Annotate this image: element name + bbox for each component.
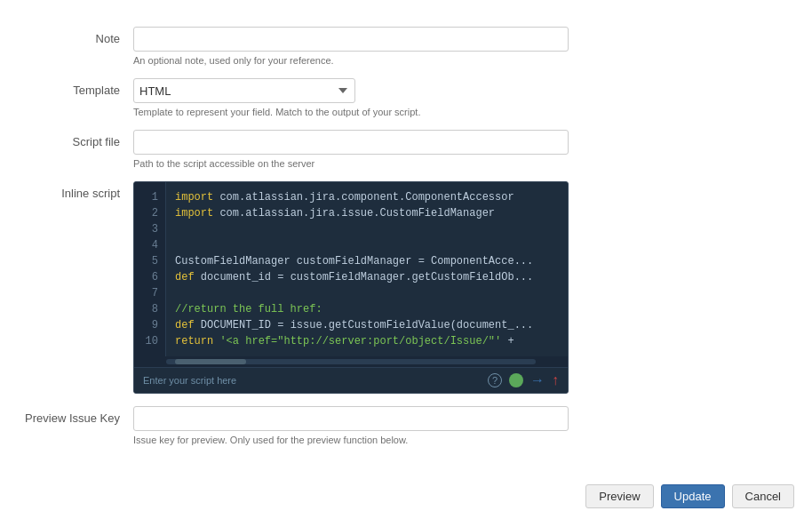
code-footer-text: Enter your script here [143, 375, 236, 386]
template-select[interactable]: HTML Text Wiki [133, 78, 355, 103]
code-line-5: CustomFieldManager customFieldManager = … [175, 253, 559, 269]
template-hint: Template to represent your field. Match … [133, 107, 794, 117]
code-line-9: def DOCUMENT_ID = issue.getCustomFieldVa… [175, 317, 559, 333]
note-content: An optional note, used only for your ref… [133, 27, 794, 66]
preview-key-hint: Issue key for preview. Only used for the… [133, 435, 794, 445]
arrow-up-icon[interactable]: ↑ [552, 372, 559, 388]
code-line-8: //return the full href: [175, 301, 559, 317]
code-line-7 [175, 285, 559, 301]
script-file-hint: Path to the script accessible on the ser… [133, 158, 794, 169]
script-file-input[interactable] [133, 130, 569, 155]
code-editor-container[interactable]: 1 2 3 4 5 6 7 8 9 10 import com.atlassia… [133, 181, 569, 394]
code-line-3 [175, 221, 559, 237]
inline-script-row: Inline script 1 2 3 4 5 6 7 8 9 10 [18, 181, 794, 394]
code-content: import com.atlassian.jira.component.Comp… [166, 182, 568, 356]
line-num-1: 1 [141, 189, 158, 205]
inline-script-content: 1 2 3 4 5 6 7 8 9 10 import com.atlassia… [133, 181, 794, 394]
code-editor: 1 2 3 4 5 6 7 8 9 10 import com.atlassia… [134, 182, 568, 356]
update-button[interactable]: Update [661, 484, 725, 508]
arrow-right-icon[interactable]: → [530, 372, 545, 388]
scrollbar-track [166, 359, 536, 364]
script-file-row: Script file Path to the script accessibl… [18, 130, 794, 169]
note-label: Note [18, 27, 133, 45]
preview-key-content: Issue key for preview. Only used for the… [133, 406, 794, 445]
line-num-2: 2 [141, 205, 158, 221]
dot-green-icon[interactable] [509, 373, 523, 387]
template-select-wrapper: HTML Text Wiki [133, 78, 355, 103]
code-footer-icons: ? → ↑ [488, 372, 559, 388]
code-line-10: return '<a href="http://server:port/obje… [175, 333, 559, 349]
footer-buttons: Preview Update Cancel [0, 467, 812, 508]
help-icon[interactable]: ? [488, 373, 502, 387]
cancel-button[interactable]: Cancel [732, 484, 794, 508]
line-num-10: 10 [141, 333, 158, 349]
scrollbar-thumb [175, 359, 246, 364]
template-content: HTML Text Wiki Template to represent you… [133, 78, 794, 117]
line-numbers: 1 2 3 4 5 6 7 8 9 10 [134, 182, 166, 356]
line-num-4: 4 [141, 237, 158, 253]
note-row: Note An optional note, used only for you… [18, 27, 794, 66]
note-hint: An optional note, used only for your ref… [133, 55, 794, 66]
line-num-9: 9 [141, 317, 158, 333]
line-num-6: 6 [141, 269, 158, 285]
code-line-1: import com.atlassian.jira.component.Comp… [175, 189, 559, 205]
inline-script-label: Inline script [18, 181, 133, 200]
template-label: Template [18, 78, 133, 97]
code-line-4 [175, 237, 559, 253]
line-num-3: 3 [141, 221, 158, 237]
line-num-7: 7 [141, 285, 158, 301]
line-num-5: 5 [141, 253, 158, 269]
preview-button[interactable]: Preview [585, 484, 653, 508]
code-footer: Enter your script here ? → ↑ [134, 367, 568, 393]
preview-key-input[interactable] [133, 406, 569, 431]
code-scrollbar[interactable] [134, 356, 568, 367]
script-file-label: Script file [18, 130, 133, 148]
line-num-8: 8 [141, 301, 158, 317]
form-container: Note An optional note, used only for you… [0, 18, 812, 467]
script-file-content: Path to the script accessible on the ser… [133, 130, 794, 169]
preview-key-label: Preview Issue Key [18, 406, 133, 425]
note-input[interactable] [133, 27, 569, 52]
code-line-6: def document_id = customFieldManager.get… [175, 269, 559, 285]
preview-key-row: Preview Issue Key Issue key for preview.… [18, 406, 794, 445]
template-row: Template HTML Text Wiki Template to repr… [18, 78, 794, 117]
code-line-2: import com.atlassian.jira.issue.CustomFi… [175, 205, 559, 221]
